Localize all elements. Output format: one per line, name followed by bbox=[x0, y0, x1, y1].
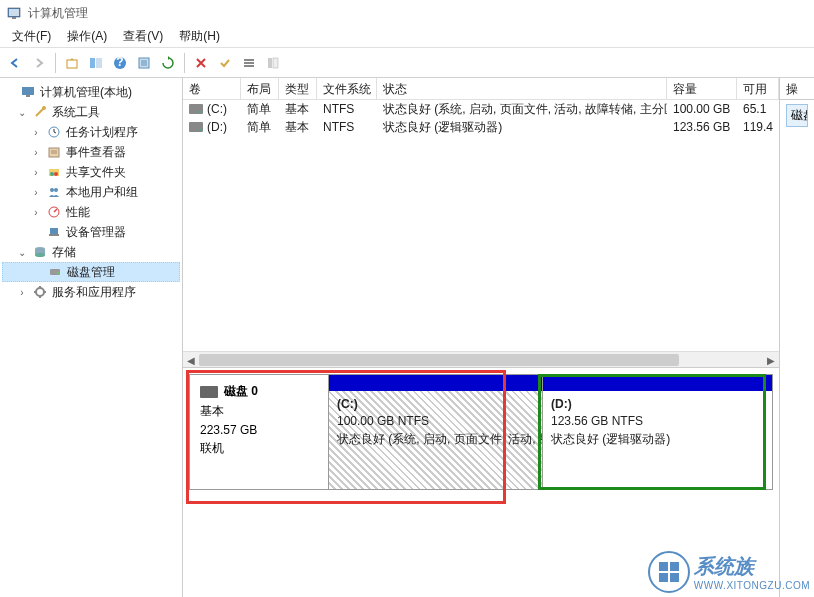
center-pane: 卷 布局 类型 文件系统 状态 容量 可用 (C:) 简单 基本 NTFS 状态… bbox=[183, 78, 780, 597]
svg-rect-31 bbox=[49, 234, 59, 236]
svg-rect-2 bbox=[12, 17, 16, 19]
tree-root[interactable]: 计算机管理(本地) bbox=[2, 82, 180, 102]
content-area: 卷 布局 类型 文件系统 状态 容量 可用 (C:) 简单 基本 NTFS 状态… bbox=[183, 78, 814, 597]
volume-row[interactable]: (D:) 简单 基本 NTFS 状态良好 (逻辑驱动器) 123.56 GB 1… bbox=[183, 118, 779, 136]
svg-point-25 bbox=[50, 172, 54, 176]
tree-local-users[interactable]: › 本地用户和组 bbox=[2, 182, 180, 202]
partition-c[interactable]: (C:) 100.00 GB NTFS 状态良好 (系统, 启动, 页面文件, … bbox=[328, 374, 543, 490]
col-type[interactable]: 类型 bbox=[279, 78, 317, 99]
col-capacity[interactable]: 容量 bbox=[667, 78, 737, 99]
actions-header: 操作 bbox=[780, 78, 814, 100]
app-icon bbox=[6, 5, 22, 21]
partition-header bbox=[543, 375, 772, 391]
scroll-right-arrow[interactable]: ▶ bbox=[763, 352, 779, 368]
chevron-right-icon[interactable]: › bbox=[30, 127, 42, 138]
help-button[interactable]: ? bbox=[109, 52, 131, 74]
up-button[interactable] bbox=[61, 52, 83, 74]
forward-button[interactable] bbox=[28, 52, 50, 74]
tree-storage[interactable]: ⌄ 存储 bbox=[2, 242, 180, 262]
chevron-right-icon[interactable]: › bbox=[16, 287, 28, 298]
tree-services[interactable]: › 服务和应用程序 bbox=[2, 282, 180, 302]
menu-view[interactable]: 查看(V) bbox=[115, 26, 171, 47]
svg-point-26 bbox=[54, 172, 58, 176]
nav-tree: 计算机管理(本地) ⌄ 系统工具 › 任务计划程序 › 事件查看器 › 共享文件… bbox=[0, 78, 183, 597]
window-title: 计算机管理 bbox=[28, 5, 88, 22]
scroll-left-arrow[interactable]: ◀ bbox=[183, 352, 199, 368]
svg-text:?: ? bbox=[116, 56, 123, 69]
main-area: 计算机管理(本地) ⌄ 系统工具 › 任务计划程序 › 事件查看器 › 共享文件… bbox=[0, 78, 814, 597]
disk-graphical-view: 磁盘 0 基本 223.57 GB 联机 (C:) 100.00 GB NTFS… bbox=[183, 368, 779, 597]
tree-task-scheduler[interactable]: › 任务计划程序 bbox=[2, 122, 180, 142]
scroll-thumb[interactable] bbox=[199, 354, 679, 366]
check-button[interactable] bbox=[214, 52, 236, 74]
chevron-right-icon[interactable]: › bbox=[30, 147, 42, 158]
menu-help[interactable]: 帮助(H) bbox=[171, 26, 228, 47]
disk-partitions: (C:) 100.00 GB NTFS 状态良好 (系统, 启动, 页面文件, … bbox=[329, 374, 773, 490]
menubar: 文件(F) 操作(A) 查看(V) 帮助(H) bbox=[0, 26, 814, 48]
svg-rect-1 bbox=[9, 9, 19, 16]
disk-info[interactable]: 磁盘 0 基本 223.57 GB 联机 bbox=[189, 374, 329, 490]
col-layout[interactable]: 布局 bbox=[241, 78, 279, 99]
chevron-right-icon[interactable]: › bbox=[30, 167, 42, 178]
show-hide-tree-button[interactable] bbox=[85, 52, 107, 74]
chevron-down-icon[interactable]: ⌄ bbox=[16, 107, 28, 118]
volume-rows: (C:) 简单 基本 NTFS 状态良好 (系统, 启动, 页面文件, 活动, … bbox=[183, 100, 779, 351]
svg-rect-12 bbox=[244, 59, 254, 61]
svg-rect-4 bbox=[90, 58, 95, 68]
delete-button[interactable] bbox=[190, 52, 212, 74]
properties-button[interactable] bbox=[133, 52, 155, 74]
list-view-button[interactable] bbox=[238, 52, 260, 74]
horizontal-scrollbar[interactable]: ◀ ▶ bbox=[183, 351, 779, 367]
svg-rect-17 bbox=[22, 87, 34, 95]
users-icon bbox=[46, 184, 62, 200]
volume-row[interactable]: (C:) 简单 基本 NTFS 状态良好 (系统, 启动, 页面文件, 活动, … bbox=[183, 100, 779, 118]
chevron-down-icon[interactable]: ⌄ bbox=[16, 247, 28, 258]
chevron-right-icon[interactable]: › bbox=[30, 207, 42, 218]
col-volume[interactable]: 卷 bbox=[183, 78, 241, 99]
tree-shared-folders[interactable]: › 共享文件夹 bbox=[2, 162, 180, 182]
partition-header bbox=[329, 375, 542, 391]
svg-rect-18 bbox=[26, 95, 30, 97]
svg-point-27 bbox=[50, 188, 54, 192]
disk-row[interactable]: 磁盘 0 基本 223.57 GB 联机 (C:) 100.00 GB NTFS… bbox=[189, 374, 773, 490]
detail-view-button[interactable] bbox=[262, 52, 284, 74]
col-filesystem[interactable]: 文件系统 bbox=[317, 78, 377, 99]
tools-icon bbox=[32, 104, 48, 120]
device-icon bbox=[46, 224, 62, 240]
shared-folder-icon bbox=[46, 164, 62, 180]
svg-point-34 bbox=[35, 253, 45, 257]
action-item-disk[interactable]: 磁盘 bbox=[786, 104, 808, 127]
menu-file[interactable]: 文件(F) bbox=[4, 26, 59, 47]
svg-rect-13 bbox=[244, 62, 254, 64]
tree-device-manager[interactable]: 设备管理器 bbox=[2, 222, 180, 242]
svg-rect-15 bbox=[268, 58, 272, 68]
clock-icon bbox=[46, 124, 62, 140]
col-free[interactable]: 可用 bbox=[737, 78, 779, 99]
services-icon bbox=[32, 284, 48, 300]
col-status[interactable]: 状态 bbox=[377, 78, 667, 99]
svg-rect-16 bbox=[273, 58, 278, 68]
svg-rect-35 bbox=[50, 269, 60, 275]
tree-performance[interactable]: › 性能 bbox=[2, 202, 180, 222]
volume-header: 卷 布局 类型 文件系统 状态 容量 可用 bbox=[183, 78, 779, 100]
refresh-button[interactable] bbox=[157, 52, 179, 74]
titlebar: 计算机管理 bbox=[0, 0, 814, 26]
disk-icon bbox=[47, 264, 63, 280]
toolbar: ? bbox=[0, 48, 814, 78]
svg-point-37 bbox=[36, 288, 44, 296]
svg-point-28 bbox=[54, 188, 58, 192]
disk-icon bbox=[200, 386, 218, 398]
partition-d[interactable]: (D:) 123.56 GB NTFS 状态良好 (逻辑驱动器) bbox=[542, 374, 773, 490]
svg-rect-3 bbox=[67, 60, 77, 68]
performance-icon bbox=[46, 204, 62, 220]
chevron-right-icon[interactable]: › bbox=[30, 187, 42, 198]
tree-system-tools[interactable]: ⌄ 系统工具 bbox=[2, 102, 180, 122]
menu-action[interactable]: 操作(A) bbox=[59, 26, 115, 47]
back-button[interactable] bbox=[4, 52, 26, 74]
svg-rect-5 bbox=[96, 58, 102, 68]
tree-event-viewer[interactable]: › 事件查看器 bbox=[2, 142, 180, 162]
tree-disk-management[interactable]: 磁盘管理 bbox=[2, 262, 180, 282]
drive-icon bbox=[189, 104, 203, 114]
svg-point-36 bbox=[57, 272, 59, 274]
event-icon bbox=[46, 144, 62, 160]
